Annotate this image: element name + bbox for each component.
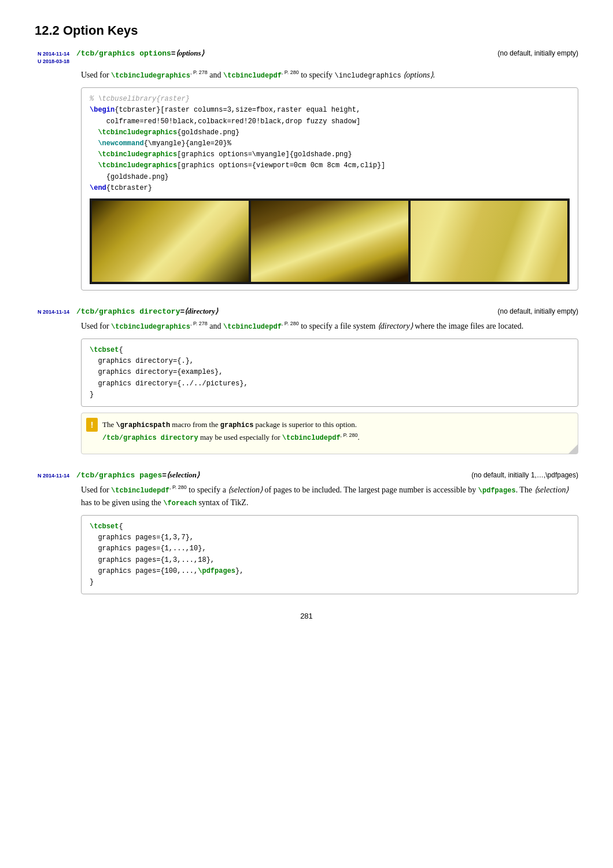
entry-body-3: Used for \tcbincludepdf, P. 280 to speci… <box>81 483 578 595</box>
entry-header-2: N 2014-11-14 /tcb/graphics directory=⟨di… <box>35 307 578 316</box>
entry-default: (no default, initially empty) <box>498 49 578 57</box>
entry-default-3: (no default, initially 1,…,\pdfpages) <box>471 471 578 479</box>
pkg-graphics: graphics <box>220 421 254 429</box>
cmd-includegraphics: \includegraphics <box>335 72 401 80</box>
version-tag: N 2014-11-14 U 2018-03-18 <box>35 50 69 65</box>
warning-corner <box>568 444 578 454</box>
entry-default-2: (no default, initially empty) <box>498 307 578 315</box>
entry-graphics-options: N 2014-11-14 U 2018-03-18 /tcb/graphics … <box>35 49 578 290</box>
cmd-tcbincludegraphics-2: \tcbincludegraphics <box>111 323 190 331</box>
entry-left: N 2014-11-14 U 2018-03-18 /tcb/graphics … <box>35 49 204 65</box>
cmd-graphics-directory-inline: /tcb/graphics directory <box>102 434 198 442</box>
gallery-image-1 <box>92 201 249 282</box>
goldshade-img-3 <box>411 201 567 282</box>
gallery-image-3 <box>411 201 567 282</box>
version-tag-3: N 2014-11-14 <box>35 472 69 480</box>
section-heading: 12.2 Option Keys <box>35 23 578 38</box>
gallery-image-2 <box>251 201 408 282</box>
entry-key-2: /tcb/graphics directory=⟨directory⟩ <box>76 307 218 316</box>
entry-body-2: Used for \tcbincludegraphics, P. 278 and… <box>81 319 578 454</box>
code-box-options: % \tcbuselibrary{raster} \begin{tcbraste… <box>81 87 578 290</box>
entry-left-2: N 2014-11-14 /tcb/graphics directory=⟨di… <box>35 307 218 316</box>
cmd-tcbincludepdf-2: \tcbincludepdf <box>223 323 282 331</box>
code-box-pages: \tcbset{ graphics pages={1,3,7}, graphic… <box>81 515 578 594</box>
cmd-foreach: \foreach <box>163 499 197 507</box>
entry-left-3: N 2014-11-14 /tcb/graphics pages=⟨select… <box>35 470 200 480</box>
cmd-pdfpages: \pdfpages <box>478 486 516 494</box>
image-gallery <box>90 198 570 284</box>
cmd-tcbincludepdf: \tcbincludepdf <box>223 72 282 80</box>
entry-graphics-pages: N 2014-11-14 /tcb/graphics pages=⟨select… <box>35 470 578 595</box>
goldshade-img-1 <box>92 201 249 282</box>
entry-key-3: /tcb/graphics pages=⟨selection⟩ <box>76 470 200 480</box>
entry-body: Used for \tcbincludegraphics, P. 278 and… <box>81 68 578 290</box>
version-tag-2: N 2014-11-14 <box>35 308 69 316</box>
cmd-tcbincludepdf-3: \tcbincludepdf <box>282 434 341 442</box>
code-box-directory: \tcbset{ graphics directory={.}, graphic… <box>81 339 578 407</box>
entry-graphics-directory: N 2014-11-14 /tcb/graphics directory=⟨di… <box>35 307 578 454</box>
entry-header-3: N 2014-11-14 /tcb/graphics pages=⟨select… <box>35 470 578 480</box>
cmd-tcbincludegraphics: \tcbincludegraphics <box>111 72 190 80</box>
cmd-graphicspath: \graphicspath <box>116 421 170 429</box>
warning-icon: ! <box>86 418 98 432</box>
section-title: Option Keys <box>63 23 138 38</box>
section-number: 12.2 <box>35 23 60 38</box>
cmd-tcbincludepdf-4: \tcbincludepdf <box>111 486 169 494</box>
goldshade-img-2 <box>251 201 408 282</box>
warning-box: ! The \graphicspath macro from the graph… <box>81 413 578 454</box>
entry-key: /tcb/graphics options=⟨options⟩ <box>76 49 204 58</box>
page-number: 281 <box>35 612 578 620</box>
entry-header: N 2014-11-14 U 2018-03-18 /tcb/graphics … <box>35 49 578 65</box>
